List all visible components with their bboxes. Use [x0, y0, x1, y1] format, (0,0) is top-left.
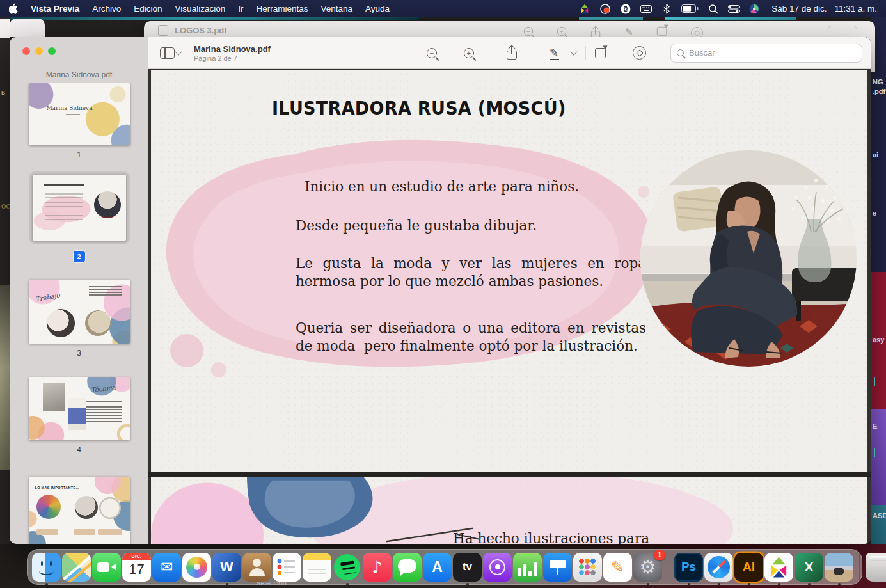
thumbnail-page-3[interactable]: Trabajo3 — [29, 280, 130, 358]
dock-system-settings-icon[interactable]: 1 — [633, 553, 662, 582]
background-color-band — [871, 505, 886, 544]
next-page-text: Ha hecho ilustraciones para — [453, 530, 649, 544]
red-blob-app-icon[interactable] — [599, 3, 611, 15]
search-field[interactable] — [670, 44, 862, 63]
colorful-wallpaper-app-icon[interactable] — [748, 3, 760, 15]
thumbnail-script-text: Técnica — [90, 384, 116, 393]
menu-ir[interactable]: Ir — [232, 4, 249, 13]
dock-maps-icon[interactable] — [62, 553, 91, 582]
thumbnail-art: Técnica — [29, 377, 130, 440]
dock-image-preview-icon[interactable] — [825, 553, 853, 582]
dock-calendar-icon[interactable]: DIC.17 — [122, 553, 151, 582]
document-proxy-icon — [158, 25, 168, 36]
dock-reminders-icon[interactable] — [273, 553, 301, 582]
minimize-button[interactable] — [35, 47, 43, 55]
window-fragment-text: B — [1, 90, 5, 96]
dock-mail-icon[interactable] — [152, 553, 181, 582]
page-separator — [148, 472, 871, 477]
dock-contacts-icon[interactable] — [242, 553, 271, 582]
dock-apple-tv-icon[interactable]: tv — [453, 553, 482, 582]
thumbnail-button — [74, 529, 95, 535]
page-heading: ILUSTRADORA RUSA (MOSCÚ) — [272, 98, 566, 118]
thumbnail-page-4[interactable]: Técnica4 — [29, 377, 130, 455]
dock-triangles-app-icon[interactable] — [764, 553, 793, 582]
background-window-corner — [0, 19, 10, 38]
dock-notes-icon[interactable] — [303, 553, 331, 582]
dock-spotify-icon[interactable] — [333, 553, 361, 582]
running-indicator-dot — [778, 583, 780, 585]
dock-trash-icon[interactable] — [866, 553, 886, 582]
dock-safari-icon[interactable] — [704, 553, 733, 582]
preview-window: Marina Sidnova.pdf Marina Sidneva12Traba… — [10, 37, 871, 544]
apple-menu-icon[interactable] — [9, 3, 19, 15]
dock-illustrator-icon[interactable]: Ai — [734, 553, 763, 582]
dock-photoshop-icon[interactable]: Ps — [674, 553, 703, 582]
paragraph: Inicio en un estudio de arte para niños. — [305, 178, 646, 196]
search-icon — [677, 49, 684, 56]
dock: DIC.17WAtv1PsAiX — [27, 549, 862, 585]
rotate-button[interactable] — [592, 45, 608, 61]
dock-photos-icon[interactable] — [182, 553, 211, 582]
share-button[interactable] — [503, 44, 520, 62]
zoom-in-button[interactable]: + — [461, 45, 477, 61]
dock-excel-icon[interactable]: X — [795, 553, 823, 582]
menu-edición[interactable]: Edición — [127, 4, 168, 13]
markup-pen-dropdown[interactable] — [567, 49, 579, 57]
dock-app-store-icon[interactable]: A — [423, 553, 452, 582]
window-fragment-text: NG — [873, 78, 883, 86]
menu-visualización[interactable]: Visualización — [169, 4, 232, 13]
menu-bar: Vista PreviaArchivoEdiciónVisualizaciónI… — [0, 0, 886, 17]
running-indicator-dot — [838, 583, 841, 585]
menu-herramientas[interactable]: Herramientas — [249, 4, 314, 13]
dock-podcasts-icon[interactable] — [483, 553, 512, 582]
menu-ventana[interactable]: Ventana — [314, 4, 359, 13]
thumbnail-page-2[interactable]: 2 — [29, 171, 130, 263]
background-window-title: LOGOS 3.pdf — [175, 26, 227, 35]
control-center-icon[interactable] — [728, 3, 740, 15]
window-fragment-text: asy — [873, 336, 884, 344]
page-number: 1 — [77, 150, 81, 160]
thumbnail-page-5[interactable]: LO MÁS IMPORTANTE... — [29, 477, 130, 544]
keyboard-icon[interactable] — [640, 3, 652, 15]
fullscreen-button[interactable] — [48, 47, 56, 55]
menu-ayuda[interactable]: Ayuda — [359, 4, 396, 13]
dock-numbers-icon[interactable] — [513, 553, 542, 582]
thumbnail-list: Marina Sidneva12Trabajo3Técnica4LO MÁS I… — [10, 83, 148, 544]
wallpaper-strip — [665, 17, 796, 20]
window-fragment-text: E — [873, 422, 877, 430]
thumbnail-page-1[interactable]: Marina Sidneva1 — [29, 83, 130, 160]
markup-toolbar-button[interactable] — [630, 44, 649, 62]
markup-pen-button[interactable]: ✎ — [547, 45, 561, 61]
background-window-left-edge: BOC — [0, 17, 10, 544]
calendar-day-number: 17 — [122, 561, 151, 578]
dock-keynote-icon[interactable] — [543, 553, 572, 582]
dock-facetime-icon[interactable] — [92, 553, 121, 582]
battery-icon[interactable] — [681, 3, 699, 15]
menu-archivo[interactable]: Archivo — [86, 4, 127, 13]
close-button[interactable] — [22, 47, 30, 55]
sidebar-toggle-button[interactable] — [157, 45, 184, 61]
zoom-out-button[interactable]: − — [424, 45, 439, 61]
thumbnail-script-text: Trabajo — [35, 292, 60, 303]
dock-music-icon[interactable] — [363, 553, 392, 582]
pdf-page-3-partial[interactable]: Ha hecho ilustraciones para — [151, 477, 867, 544]
dock-icon-glyph: X — [795, 553, 823, 582]
shazam-icon[interactable] — [620, 3, 631, 15]
window-fragment-text: e — [873, 209, 876, 217]
running-indicator-dot — [688, 583, 690, 585]
spotlight-icon[interactable] — [708, 3, 719, 15]
dock-launchpad-icon[interactable] — [573, 553, 602, 582]
search-input[interactable] — [688, 47, 856, 58]
dock-divider — [859, 552, 860, 582]
color-triangles-icon[interactable] — [579, 3, 590, 15]
dock-word-icon[interactable]: W — [212, 553, 241, 582]
menu-bar-clock[interactable]: Sáb 17 de dic. 11:31 a. m. — [771, 4, 877, 13]
dock-finder-icon[interactable] — [32, 553, 61, 582]
bluetooth-icon[interactable] — [661, 3, 672, 15]
menu-vista-previa[interactable]: Vista Previa — [24, 4, 86, 13]
dock-pages-icon[interactable] — [603, 553, 632, 582]
running-indicator-dot — [45, 583, 48, 585]
thumbnail-button — [36, 529, 58, 535]
dock-messages-icon[interactable] — [393, 553, 422, 582]
pdf-page-2[interactable]: ILUSTRADORA RUSA (MOSCÚ) Inicio en un es… — [151, 70, 867, 472]
